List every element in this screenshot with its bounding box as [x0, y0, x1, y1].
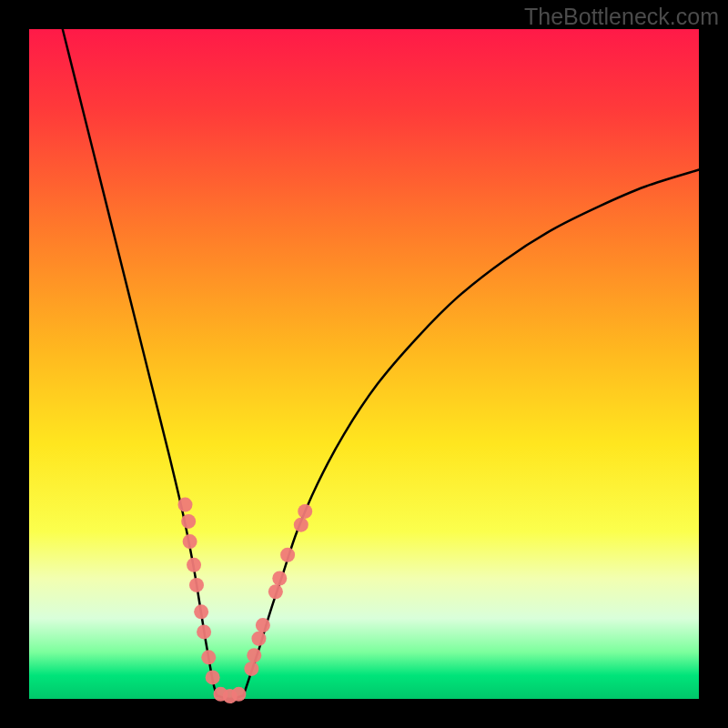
marker-right-4 [268, 584, 283, 599]
chart-frame: TheBottleneck.com [0, 0, 728, 728]
plot-background [29, 29, 699, 699]
marker-left-3 [187, 558, 201, 572]
chart-canvas [0, 0, 728, 728]
marker-left-2 [183, 534, 197, 549]
marker-left-6 [197, 624, 211, 639]
marker-left-1 [181, 514, 196, 529]
marker-left-7 [201, 650, 216, 664]
marker-right-5 [272, 571, 287, 586]
marker-right-7 [294, 518, 308, 532]
marker-right-0 [244, 662, 258, 676]
marker-left-11 [231, 687, 246, 702]
marker-right-8 [298, 504, 312, 519]
marker-left-4 [189, 578, 204, 592]
marker-right-1 [247, 648, 261, 662]
marker-left-5 [194, 604, 208, 619]
marker-left-0 [177, 498, 192, 512]
marker-right-2 [251, 632, 266, 646]
marker-left-8 [206, 670, 220, 684]
marker-right-6 [280, 548, 295, 562]
marker-right-3 [256, 618, 270, 632]
